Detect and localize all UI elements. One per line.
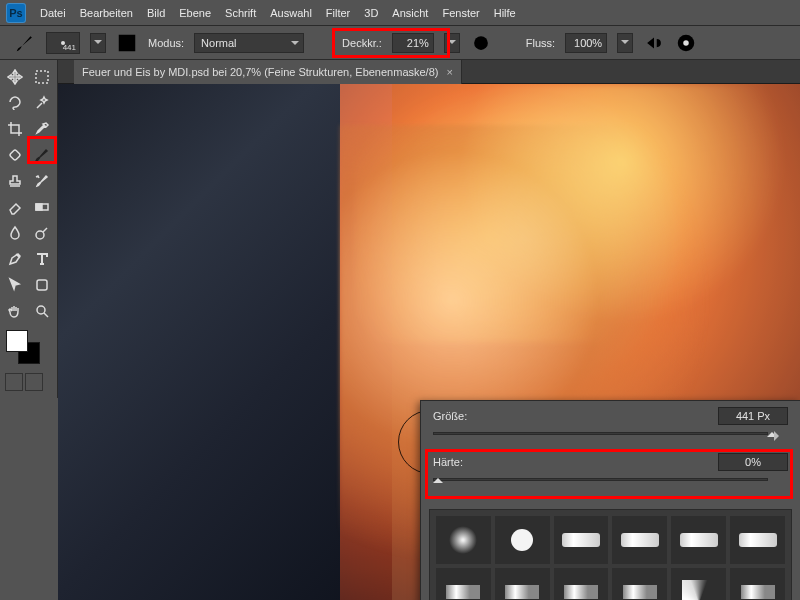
history-brush-tool[interactable] xyxy=(30,169,55,193)
blur-tool[interactable] xyxy=(3,221,28,245)
blend-mode-select[interactable]: Normal xyxy=(194,33,304,53)
menu-item[interactable]: Filter xyxy=(326,7,350,19)
brush-preset[interactable] xyxy=(730,568,785,600)
brush-size-field[interactable]: 441 Px xyxy=(718,407,788,425)
document-title: Feuer und Eis by MDI.psd bei 20,7% (Fein… xyxy=(82,66,438,78)
brush-preset[interactable] xyxy=(436,568,491,600)
brush-size-label: Größe: xyxy=(433,410,487,422)
heal-tool[interactable] xyxy=(3,143,28,167)
brush-tool-icon xyxy=(14,32,36,54)
svg-rect-5 xyxy=(10,149,21,160)
brush-panel-toggle-icon[interactable] xyxy=(116,32,138,54)
opacity-dropdown[interactable] xyxy=(444,33,460,53)
quickmask-icon[interactable] xyxy=(5,373,23,391)
document-tab-bar: Feuer und Eis by MDI.psd bei 20,7% (Fein… xyxy=(0,60,800,84)
chevron-right-icon[interactable] xyxy=(774,431,784,441)
dodge-tool[interactable] xyxy=(30,221,55,245)
move-tool[interactable] xyxy=(3,65,28,89)
tablet-size-icon[interactable] xyxy=(675,32,697,54)
eyedropper-tool[interactable] xyxy=(30,117,55,141)
blend-mode-label: Modus: xyxy=(148,37,184,49)
brush-hardness-field[interactable]: 0% xyxy=(718,453,788,471)
menu-item[interactable]: Ansicht xyxy=(392,7,428,19)
brush-size-readout: 441 xyxy=(63,43,76,52)
brush-preset[interactable] xyxy=(730,516,785,564)
brush-preset-picker[interactable]: 441 xyxy=(46,32,80,54)
brush-preset[interactable] xyxy=(612,516,667,564)
brush-preset-panel: Größe: 441 Px Härte: 0% xyxy=(420,400,800,600)
brush-preset[interactable] xyxy=(495,568,550,600)
color-swatches[interactable] xyxy=(6,330,40,364)
brush-preset[interactable] xyxy=(554,516,609,564)
brush-preset[interactable] xyxy=(612,568,667,600)
svg-rect-7 xyxy=(36,204,42,210)
svg-point-8 xyxy=(36,231,44,239)
brush-preset-dropdown[interactable] xyxy=(90,33,106,53)
screenmode-icon[interactable] xyxy=(25,373,43,391)
svg-rect-0 xyxy=(119,34,136,51)
toolbox-mode-buttons xyxy=(2,370,55,394)
flow-label: Fluss: xyxy=(526,37,555,49)
flow-dropdown[interactable] xyxy=(617,33,633,53)
marquee-tool[interactable] xyxy=(30,65,55,89)
brush-preset[interactable] xyxy=(495,516,550,564)
brush-preset[interactable] xyxy=(554,568,609,600)
svg-rect-9 xyxy=(37,280,47,290)
menu-item[interactable]: Hilfe xyxy=(494,7,516,19)
tablet-opacity-icon[interactable] xyxy=(470,32,492,54)
path-select-tool[interactable] xyxy=(3,273,28,297)
menu-item[interactable]: Datei xyxy=(40,7,66,19)
svg-point-1 xyxy=(474,36,488,50)
document-tab[interactable]: Feuer und Eis by MDI.psd bei 20,7% (Fein… xyxy=(74,60,462,84)
airbrush-icon[interactable] xyxy=(643,32,665,54)
brush-size-slider[interactable] xyxy=(433,429,788,441)
brush-preset-grid[interactable] xyxy=(429,509,792,600)
canvas[interactable]: Größe: 441 Px Härte: 0% xyxy=(58,84,800,600)
foreground-color[interactable] xyxy=(6,330,28,352)
svg-rect-4 xyxy=(36,71,48,83)
wand-tool[interactable] xyxy=(30,91,55,115)
menu-item[interactable]: Ebene xyxy=(179,7,211,19)
close-icon[interactable]: × xyxy=(446,66,452,78)
menu-item[interactable]: Schrift xyxy=(225,7,256,19)
opacity-field[interactable]: 21% xyxy=(392,33,434,53)
pen-tool[interactable] xyxy=(3,247,28,271)
menu-item[interactable]: Bearbeiten xyxy=(80,7,133,19)
crop-tool[interactable] xyxy=(3,117,28,141)
opacity-label: Deckkr.: xyxy=(342,37,382,49)
lasso-tool[interactable] xyxy=(3,91,28,115)
hand-tool[interactable] xyxy=(3,299,28,323)
flow-field[interactable]: 100% xyxy=(565,33,607,53)
toolbox xyxy=(0,60,58,398)
brush-hardness-label: Härte: xyxy=(433,456,487,468)
menu-bar: Ps Datei Bearbeiten Bild Ebene Schrift A… xyxy=(0,0,800,26)
type-tool[interactable] xyxy=(30,247,55,271)
brush-preset[interactable] xyxy=(671,568,726,600)
brush-tool[interactable] xyxy=(30,143,55,167)
brush-hardness-slider[interactable] xyxy=(433,475,788,487)
gradient-tool[interactable] xyxy=(30,195,55,219)
brush-preset[interactable] xyxy=(671,516,726,564)
eraser-tool[interactable] xyxy=(3,195,28,219)
menu-item[interactable]: Auswahl xyxy=(270,7,312,19)
stamp-tool[interactable] xyxy=(3,169,28,193)
options-bar: 441 Modus: Normal Deckkr.: 21% Fluss: 10… xyxy=(0,26,800,60)
shape-tool[interactable] xyxy=(30,273,55,297)
brush-preset[interactable] xyxy=(436,516,491,564)
menu-item[interactable]: Fenster xyxy=(442,7,479,19)
app-logo: Ps xyxy=(6,3,26,23)
zoom-tool[interactable] xyxy=(30,299,55,323)
menu-item[interactable]: 3D xyxy=(364,7,378,19)
svg-point-10 xyxy=(37,306,45,314)
menu-item[interactable]: Bild xyxy=(147,7,165,19)
svg-point-3 xyxy=(683,40,689,46)
